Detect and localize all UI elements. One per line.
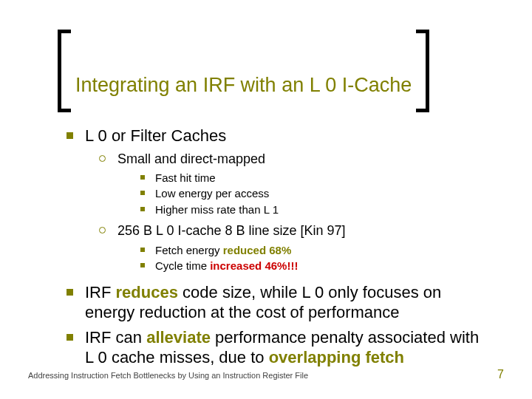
- circle-bullet-icon: [99, 227, 106, 233]
- text-plain: IRF: [85, 283, 116, 301]
- bullet-l1: L 0 or Filter Caches: [66, 126, 488, 146]
- text-emphasis: overlapping fetch: [269, 348, 404, 366]
- text-plain: IRF can: [85, 328, 146, 347]
- title-row: Integrating an IRF with an L 0 I-Cache: [58, 58, 488, 112]
- bullet-text: IRF reduces code size, while L 0 only fo…: [85, 282, 488, 323]
- square-bullet-icon: [140, 191, 145, 195]
- bullet-text: Fast hit time: [155, 171, 216, 185]
- bullet-l1: IRF reduces code size, while L 0 only fo…: [66, 282, 488, 323]
- square-bullet-icon: [66, 289, 73, 296]
- bracket-right-icon: [416, 30, 429, 112]
- text-plain: Cycle time: [155, 259, 210, 272]
- text-emphasis: increased 46%!!!: [210, 259, 298, 272]
- bullet-l2: Small and direct-mapped: [99, 151, 488, 168]
- text-emphasis: alleviate: [146, 328, 211, 347]
- bullet-text: Cycle time increased 46%!!!: [155, 259, 298, 273]
- bullet-text: L 0 or Filter Caches: [85, 126, 226, 146]
- square-bullet-icon: [140, 263, 145, 267]
- text-emphasis: reduces: [116, 283, 178, 301]
- bullet-text: Low energy per access: [155, 186, 269, 201]
- bracket-left-icon: [58, 30, 71, 112]
- bullet-l1: IRF can alleviate performance penalty as…: [66, 327, 488, 368]
- bullet-l3: Fetch energy reduced 68%: [140, 243, 488, 258]
- bullet-text: Small and direct-mapped: [117, 151, 265, 168]
- square-bullet-icon: [140, 175, 145, 180]
- bullet-text: IRF can alleviate performance penalty as…: [85, 327, 488, 368]
- slide-body: L 0 or Filter Caches Small and direct-ma…: [66, 126, 488, 372]
- bullet-l3: Fast hit time: [140, 171, 488, 185]
- bullet-l2: 256 B L 0 I-cache 8 B line size [Kin 97]: [99, 222, 488, 239]
- slide: Integrating an IRF with an L 0 I-Cache L…: [0, 0, 532, 399]
- slide-title: Integrating an IRF with an L 0 I-Cache: [71, 74, 416, 97]
- bullet-text: Fetch energy reduced 68%: [155, 243, 291, 258]
- square-bullet-icon: [66, 334, 73, 341]
- text-emphasis: reduced 68%: [223, 244, 292, 256]
- circle-bullet-icon: [99, 155, 106, 162]
- text-plain: Fetch energy: [155, 244, 223, 256]
- bullet-l3: Cycle time increased 46%!!!: [140, 259, 488, 273]
- square-bullet-icon: [140, 248, 145, 252]
- bullet-text: 256 B L 0 I-cache 8 B line size [Kin 97]: [117, 222, 346, 239]
- square-bullet-icon: [66, 132, 73, 139]
- bullet-l3: Higher miss rate than L 1: [140, 202, 488, 217]
- bullet-l3: Low energy per access: [140, 186, 488, 201]
- square-bullet-icon: [140, 207, 145, 211]
- page-number: 7: [497, 368, 504, 381]
- bullet-text: Higher miss rate than L 1: [155, 202, 279, 217]
- footer-text: Addressing Instruction Fetch Bottlenecks…: [28, 371, 308, 380]
